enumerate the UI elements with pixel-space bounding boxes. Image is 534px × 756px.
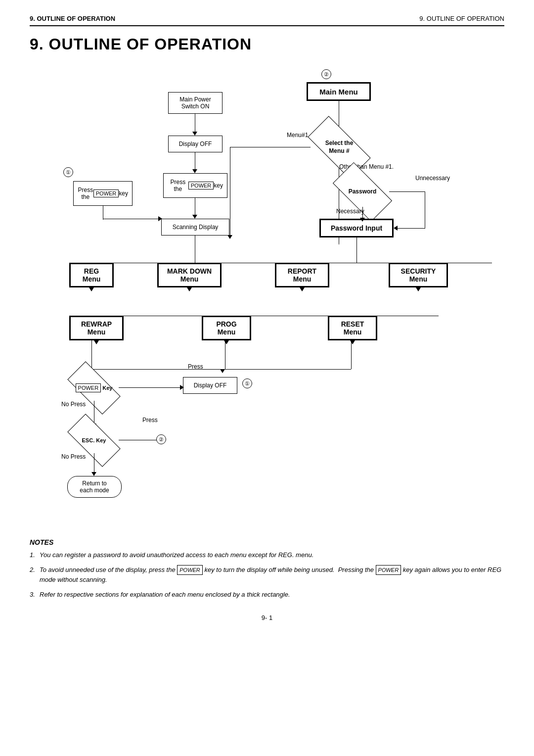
flowchart: ② Main Menu Main PowerSwitch ON Display … — [30, 68, 504, 523]
press2-label: Press — [142, 417, 158, 424]
report-menu-box: REPORTMenu — [275, 263, 329, 287]
ah-reg — [89, 287, 94, 291]
power-key-inline: POWER — [188, 182, 214, 189]
unnecessary-label: Unnecessary — [415, 175, 450, 182]
necessary-label: Necessary — [336, 208, 364, 215]
return-to-box: Return toeach mode — [67, 476, 122, 498]
scanning-display-box: Scanning Display — [161, 219, 229, 236]
ah-h-left — [158, 216, 162, 221]
password-text: Password — [349, 188, 377, 196]
arrow-power-right — [119, 387, 183, 388]
arrow-scan-down — [195, 236, 195, 263]
circle1-bottom: ① — [242, 378, 252, 388]
ah-unnecessary — [394, 226, 398, 231]
ah-power-right — [180, 385, 184, 390]
main-power-box: Main PowerSwitch ON — [168, 92, 222, 114]
arrow-rewrap-down — [91, 340, 92, 369]
circle2-top: ② — [321, 69, 331, 79]
ah-menu1 — [227, 235, 232, 239]
arrow-power-down — [94, 401, 94, 425]
esc-key-diamond: ESC. Key — [69, 427, 119, 453]
security-menu-box: SECURITYMenu — [389, 263, 448, 287]
power-key-diamond-text: POWER Key — [76, 383, 113, 392]
arrow-h-left — [133, 219, 161, 219]
no-press1-label: No Press — [61, 401, 86, 408]
page-number: 9- 1 — [262, 614, 272, 621]
circle1-left: ① — [63, 167, 73, 177]
display-off-bottom-box: Display OFF — [183, 377, 237, 394]
arrow-pwd-input-down — [356, 237, 357, 263]
circle2-bottom: ② — [156, 434, 166, 444]
power-key-left: POWER — [93, 189, 119, 197]
arrow-unnecessary-right — [389, 191, 425, 192]
ah3 — [192, 215, 197, 219]
main-menu-box: Main Menu — [307, 82, 371, 101]
menu1-label: Menu#1 — [287, 132, 308, 139]
ah-sec — [416, 287, 421, 291]
select-menu-diamond: Select theMenu # — [310, 133, 369, 162]
ah1 — [192, 132, 197, 136]
notes-list: You can register a password to avoid una… — [30, 550, 504, 599]
prog-menu-box: PROGMenu — [202, 316, 251, 340]
arrow-unnecessary-down — [425, 191, 425, 229]
arrow-v-left1 — [103, 206, 103, 220]
no-press2-label: No Press — [61, 453, 86, 460]
display-off-top-box: Display OFF — [168, 136, 222, 152]
notes-title: NOTES — [30, 538, 504, 546]
section-title: 9. OUTLINE OF OPERATION — [30, 35, 504, 53]
rewrap-menu-box: REWRAPMenu — [69, 316, 124, 340]
arrow-esc-right — [119, 440, 158, 440]
arrow-menu2-h — [87, 316, 439, 316]
notes-section: NOTES You can register a password to avo… — [30, 538, 504, 599]
ah-md — [187, 287, 192, 291]
ah-bottom — [220, 369, 225, 373]
page-footer: 9- 1 — [30, 614, 504, 621]
note-item-1: You can register a password to avoid una… — [30, 550, 504, 560]
arrow-h-left2 — [103, 219, 133, 219]
reg-menu-box: REGMenu — [69, 263, 114, 287]
press1-label: Press — [188, 363, 203, 370]
password-input-box: Password Input — [319, 219, 394, 237]
ah-rewrap — [94, 340, 99, 344]
power-key-diamond: POWER Key — [69, 375, 119, 401]
arrow-unnecessary-left — [396, 228, 425, 229]
note-text-2: To avoid unneeded use of the display, pr… — [40, 566, 501, 584]
press-power-left-box: Press thePOWER key — [73, 181, 133, 206]
note-item-2: To avoid unneeded use of the display, pr… — [30, 565, 504, 585]
page: 9. OUTLINE OF OPERATION 9. OUTLINE OF OP… — [0, 0, 534, 756]
esc-key-text: ESC. Key — [82, 437, 106, 444]
arrow-pwd-down — [362, 207, 363, 219]
note-text-3: Refer to respective sections for explana… — [40, 591, 290, 598]
power-key-badge: POWER — [76, 383, 101, 392]
ah2 — [192, 169, 197, 173]
arrow3 — [195, 198, 195, 216]
arrow-menu1-left — [230, 147, 311, 147]
arrow1 — [195, 114, 195, 133]
arrow2 — [195, 152, 195, 170]
note-item-3: Refer to respective sections for explana… — [30, 590, 504, 600]
power-key-note2: POWER — [177, 565, 203, 575]
power-key-note2b: POWER — [376, 565, 401, 575]
arrow-reset-down — [351, 340, 352, 369]
ah-rep — [300, 287, 305, 291]
reset-menu-box: RESETMenu — [328, 316, 377, 340]
arrow-esc-down — [94, 453, 94, 473]
header-left: 9. OUTLINE OF OPERATION — [30, 15, 115, 22]
note-text-1: You can register a password to avoid una… — [40, 551, 313, 559]
page-header: 9. OUTLINE OF OPERATION 9. OUTLINE OF OP… — [30, 15, 504, 26]
password-diamond: Password — [335, 177, 390, 207]
ah-esc-down — [91, 472, 96, 476]
arrow-menu1-down — [230, 147, 230, 236]
select-menu-text: Select theMenu # — [325, 140, 354, 155]
header-right: 9. OUTLINE OF OPERATION — [419, 15, 504, 22]
press-power-center-box: Press thePOWER key — [163, 173, 227, 198]
ah-pwd — [360, 218, 365, 222]
arrow-prog-down — [225, 340, 225, 369]
mark-down-menu-box: MARK DOWNMenu — [157, 263, 222, 287]
